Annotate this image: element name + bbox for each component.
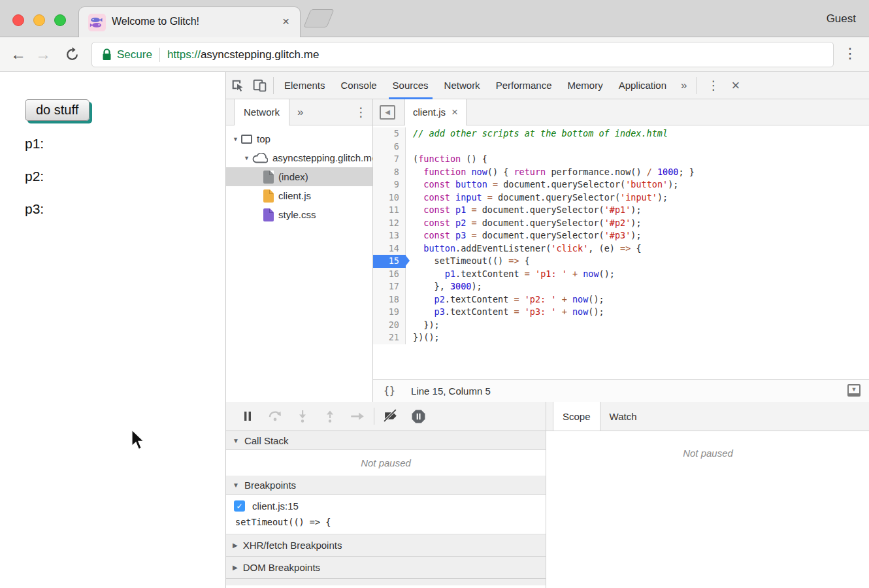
code-line-12: 12 const p2 = document.querySelector('#p… bbox=[373, 217, 869, 230]
devtools-tab-application[interactable]: Application bbox=[611, 72, 674, 99]
tree-item-style-css[interactable]: style.css bbox=[226, 205, 372, 224]
line-number[interactable]: 9 bbox=[373, 178, 406, 191]
call-stack-not-paused: Not paused bbox=[226, 450, 546, 476]
browser-tab[interactable]: Welcome to Glitch! × bbox=[78, 7, 301, 37]
code-line-16: 16 p1.textContent = 'p1: ' + now(); bbox=[373, 268, 869, 281]
secure-lock-icon[interactable] bbox=[101, 48, 112, 61]
line-number[interactable]: 7 bbox=[373, 153, 406, 166]
dom-breakpoints-header[interactable]: ▶ DOM Breakpoints bbox=[226, 557, 546, 579]
code-line-content: (function () { bbox=[406, 153, 487, 166]
tree-item--index-[interactable]: (index) bbox=[226, 167, 372, 186]
do-stuff-button[interactable]: do stuff bbox=[25, 99, 90, 121]
step-out-icon[interactable] bbox=[316, 406, 344, 427]
secure-label[interactable]: Secure bbox=[117, 48, 152, 61]
sidebar-menu-icon[interactable]: ⋮ bbox=[355, 105, 367, 120]
global-listeners-header[interactable]: ▶ Global Listeners bbox=[226, 579, 546, 585]
more-panels-icon[interactable]: » bbox=[674, 79, 693, 92]
devtools-tab-network[interactable]: Network bbox=[436, 72, 488, 99]
step-into-icon[interactable] bbox=[289, 406, 316, 427]
code-line-content: const p3 = document.querySelector('#p3')… bbox=[406, 229, 642, 242]
file-tree: ▼top▼asyncstepping.glitch.me(index)clien… bbox=[226, 125, 372, 224]
sidebar-overflow-icon[interactable]: » bbox=[289, 106, 311, 119]
breakpoint-entry[interactable]: ✓ client.js:15 setTimeout(() => { bbox=[226, 495, 546, 534]
tab-close-icon[interactable]: × bbox=[282, 14, 289, 29]
device-toolbar-icon[interactable] bbox=[248, 76, 271, 95]
code-line-15: 15 setTimeout(() => { bbox=[373, 255, 869, 268]
browser-menu-icon[interactable]: ⋮ bbox=[843, 45, 857, 62]
tree-expander-icon[interactable]: ▼ bbox=[231, 136, 240, 142]
sidebar-tab-network[interactable]: Network bbox=[234, 99, 289, 125]
step-icon[interactable] bbox=[344, 406, 371, 427]
minimize-window-button[interactable] bbox=[33, 14, 45, 26]
paragraph-p1: p1: bbox=[25, 136, 44, 152]
reload-icon[interactable] bbox=[64, 46, 80, 63]
tab-watch[interactable]: Watch bbox=[600, 402, 646, 431]
code-line-content: const p2 = document.querySelector('#p2')… bbox=[406, 217, 642, 230]
line-number[interactable]: 12 bbox=[373, 217, 406, 230]
devtools-tab-memory[interactable]: Memory bbox=[560, 72, 611, 99]
line-number[interactable]: 5 bbox=[373, 127, 406, 140]
line-number[interactable]: 14 bbox=[373, 242, 406, 255]
cloud-icon bbox=[252, 153, 268, 163]
zoom-window-button[interactable] bbox=[54, 14, 66, 26]
devtools-tab-sources[interactable]: Sources bbox=[385, 72, 436, 99]
line-number[interactable]: 13 bbox=[373, 229, 406, 242]
breakpoint-line-number[interactable]: 15 bbox=[373, 255, 406, 268]
tab-scope[interactable]: Scope bbox=[553, 402, 600, 431]
breakpoint-checkbox[interactable]: ✓ bbox=[234, 500, 245, 512]
pretty-print-icon[interactable]: {} bbox=[384, 385, 395, 397]
close-window-button[interactable] bbox=[12, 14, 24, 26]
code-line-content: p2.textContent = 'p2: ' + now(); bbox=[406, 293, 604, 306]
code-line-content bbox=[406, 140, 413, 154]
new-tab-button[interactable] bbox=[303, 9, 334, 27]
code-line-content: p1.textContent = 'p1: ' + now(); bbox=[406, 268, 615, 281]
editor-tab-close-icon[interactable]: × bbox=[451, 99, 458, 125]
line-number[interactable]: 20 bbox=[373, 319, 406, 332]
sidebar-tab-bar: Network » ⋮ bbox=[226, 99, 372, 125]
collapse-closed-icon: ▶ bbox=[233, 564, 238, 571]
show-drawer-icon[interactable]: ▼ bbox=[847, 384, 861, 397]
line-number[interactable]: 19 bbox=[373, 306, 406, 319]
devtools-close-icon[interactable]: × bbox=[728, 77, 748, 94]
pause-script-icon[interactable] bbox=[234, 406, 261, 427]
inspect-element-icon[interactable] bbox=[226, 76, 248, 95]
line-number[interactable]: 10 bbox=[373, 191, 406, 204]
tree-item-top[interactable]: ▼top bbox=[226, 129, 372, 148]
breakpoint-location[interactable]: client.js:15 bbox=[252, 500, 299, 512]
tree-item-label: client.js bbox=[278, 190, 311, 201]
devtools-tab-performance[interactable]: Performance bbox=[488, 72, 560, 99]
line-number[interactable]: 18 bbox=[373, 293, 406, 306]
code-line-content: const input = document.querySelector('in… bbox=[406, 191, 668, 204]
line-number[interactable]: 6 bbox=[373, 140, 406, 154]
xhr-breakpoints-title: XHR/fetch Breakpoints bbox=[243, 540, 342, 551]
tree-item-label: top bbox=[257, 133, 271, 144]
tree-expander-icon[interactable]: ▼ bbox=[242, 155, 251, 161]
step-over-icon[interactable] bbox=[261, 406, 289, 427]
devtools-menu-icon[interactable]: ⋮ bbox=[700, 78, 728, 93]
line-number[interactable]: 16 bbox=[373, 268, 406, 281]
tree-item-client-js[interactable]: client.js bbox=[226, 186, 372, 205]
editor-tab-clientjs[interactable]: client.js × bbox=[404, 99, 467, 125]
devtools-tab-elements[interactable]: Elements bbox=[276, 72, 333, 99]
call-stack-header[interactable]: ▼ Call Stack bbox=[226, 431, 546, 450]
line-number[interactable]: 11 bbox=[373, 204, 406, 217]
back-icon[interactable]: ← bbox=[10, 45, 26, 63]
line-number[interactable]: 17 bbox=[373, 280, 406, 293]
deactivate-breakpoints-icon[interactable] bbox=[377, 406, 404, 427]
line-number[interactable]: 21 bbox=[373, 331, 406, 344]
xhr-breakpoints-header[interactable]: ▶ XHR/fetch Breakpoints bbox=[226, 534, 546, 557]
code-line-13: 13 const p3 = document.querySelector('#p… bbox=[373, 229, 869, 242]
code-line-6: 6 bbox=[373, 140, 869, 154]
collapse-open-icon: ▼ bbox=[233, 437, 239, 444]
forward-icon: → bbox=[35, 45, 51, 63]
tree-item-asyncstepping-glitch-me[interactable]: ▼asyncstepping.glitch.me bbox=[226, 148, 372, 167]
code-line-content: })(); bbox=[406, 331, 440, 344]
devtools-tab-console[interactable]: Console bbox=[333, 72, 385, 99]
pause-on-exceptions-icon[interactable] bbox=[404, 406, 432, 427]
breakpoints-header[interactable]: ▼ Breakpoints bbox=[226, 476, 546, 495]
scope-watch-pane: Scope Watch Not paused bbox=[546, 402, 869, 588]
address-bar[interactable]: Secure https://asyncstepping.glitch.me bbox=[91, 42, 834, 67]
line-number[interactable]: 8 bbox=[373, 166, 406, 179]
code-editor-area[interactable]: 5// add other scripts at the bottom of i… bbox=[373, 125, 869, 379]
hide-navigator-icon[interactable]: ◀ bbox=[380, 105, 395, 120]
